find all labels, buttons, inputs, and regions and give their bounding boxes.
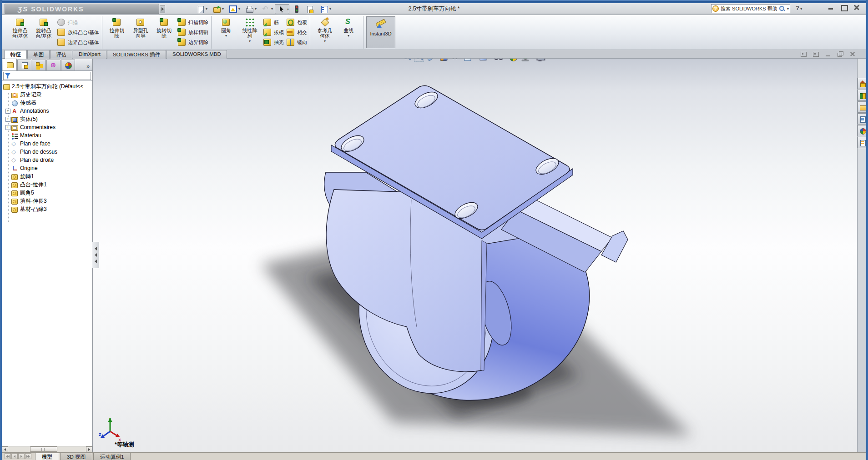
headsup-button[interactable]: ▾: [536, 59, 548, 62]
task-pane-tab[interactable]: [858, 90, 866, 101]
ribbon-button[interactable]: 曲线: [337, 16, 360, 48]
task-pane-tab[interactable]: [858, 113, 866, 125]
panel-tab[interactable]: [17, 60, 31, 70]
command-tab[interactable]: DimXpert: [73, 50, 106, 59]
tree-expand-toggle[interactable]: [5, 92, 10, 97]
task-pane-tab[interactable]: [858, 137, 866, 148]
ribbon-button[interactable]: 拔模: [262, 28, 284, 37]
headsup-button[interactable]: ▾: [478, 59, 490, 62]
tree-item[interactable]: Commentaires: [2, 123, 92, 131]
tree-item[interactable]: Plan de dessus: [2, 148, 92, 156]
ribbon-button[interactable]: 镜向: [286, 38, 307, 47]
panel-tab[interactable]: [3, 59, 17, 70]
tree-horizontal-scrollbar[interactable]: [2, 446, 92, 452]
headsup-button[interactable]: ▾: [426, 59, 436, 62]
ribbon-button[interactable]: 圆角: [214, 16, 238, 48]
ribbon-button[interactable]: 边界凸台/基体: [56, 38, 99, 47]
tree-expand-toggle[interactable]: [5, 100, 10, 105]
ribbon-button[interactable]: 拉伸凸 台/基体: [8, 16, 32, 48]
tree-item[interactable]: 2.5寸带刹车万向轮 (Défaut<<: [2, 82, 92, 90]
headsup-button[interactable]: ▾: [509, 59, 518, 62]
headsup-button[interactable]: ▾: [451, 59, 460, 62]
headsup-button[interactable]: ▾: [402, 59, 411, 62]
panel-collapse-handle[interactable]: [92, 242, 99, 268]
tree-item[interactable]: Origine: [2, 164, 92, 172]
ribbon-button[interactable]: Instant3D: [366, 16, 395, 48]
ribbon-button[interactable]: 放样切割: [177, 28, 208, 37]
ribbon-button[interactable]: 扫描切除: [177, 18, 208, 27]
scroll-right-icon[interactable]: [86, 446, 92, 452]
command-tab[interactable]: 草图: [27, 50, 50, 59]
tree-expand-toggle[interactable]: [5, 199, 10, 204]
tree-item[interactable]: Plan de droite: [2, 156, 92, 164]
minimize-button[interactable]: [828, 5, 834, 10]
ribbon-button[interactable]: 扫描: [56, 18, 99, 27]
maximize-button[interactable]: [841, 5, 847, 10]
nav-last-icon[interactable]: [25, 453, 31, 459]
window-tile-icon[interactable]: [812, 51, 819, 57]
tree-expand-toggle[interactable]: [5, 182, 10, 187]
tree-expand-toggle[interactable]: [5, 174, 10, 179]
tree-expand-toggle[interactable]: [5, 166, 10, 171]
scroll-track[interactable]: [8, 446, 86, 452]
tree-expand-toggle[interactable]: [5, 207, 10, 212]
tree-item[interactable]: 基材-凸緣3: [2, 205, 92, 213]
window-tile-icon[interactable]: [800, 51, 807, 57]
ribbon-button[interactable]: 参考几 何体: [313, 16, 337, 48]
ribbon-button[interactable]: 旋转凸 台/基体: [32, 16, 56, 48]
graphics-viewport[interactable]: ▾ ▾ ▾ ▾: [93, 59, 857, 452]
panel-tab[interactable]: [32, 60, 46, 70]
tree-expand-toggle[interactable]: [5, 150, 10, 155]
headsup-button[interactable]: ▾: [463, 59, 475, 62]
headsup-button[interactable]: ▾: [439, 59, 448, 62]
help-button[interactable]: ?: [796, 5, 802, 11]
close-button[interactable]: [853, 5, 860, 10]
nav-first-icon[interactable]: [5, 453, 11, 459]
tree-item[interactable]: Materiau: [2, 131, 92, 140]
tree-expand-toggle[interactable]: [5, 133, 10, 138]
document-minimize-icon[interactable]: [825, 51, 832, 57]
study-tab[interactable]: 3D 视图: [60, 453, 92, 460]
search-caret-icon[interactable]: ▾: [787, 7, 789, 11]
tree-expand-toggle[interactable]: [5, 125, 10, 130]
tree-item[interactable]: 传感器: [2, 99, 92, 107]
ribbon-button[interactable]: 边界切除: [177, 38, 208, 47]
task-pane-tab[interactable]: [858, 125, 866, 136]
tree-item[interactable]: 历史记录: [2, 90, 92, 99]
ribbon-button[interactable]: 异型孔 向导: [129, 16, 152, 48]
tree-item[interactable]: 圓角5: [2, 189, 92, 197]
command-tab[interactable]: SOLIDWORKS 插件: [107, 50, 166, 59]
tree-item[interactable]: 凸台-拉伸1: [2, 180, 92, 189]
study-tab[interactable]: 运动算例1: [93, 453, 131, 460]
ribbon-button[interactable]: 筋: [262, 18, 284, 27]
task-pane-tab[interactable]: [858, 78, 866, 89]
nav-next-icon[interactable]: [18, 453, 25, 459]
tree-item[interactable]: Plan de face: [2, 140, 92, 148]
ribbon-button[interactable]: 拉伸切 除: [105, 16, 129, 48]
ribbon-button[interactable]: 放样凸台/基体: [56, 28, 99, 37]
ribbon-button[interactable]: 包覆: [286, 18, 307, 27]
headsup-button[interactable]: ▾: [521, 59, 533, 62]
headsup-button[interactable]: ▾: [493, 59, 505, 62]
headsup-button[interactable]: ▾: [414, 59, 424, 62]
search-input[interactable]: [721, 6, 777, 11]
ribbon-button[interactable]: 抽壳: [262, 38, 284, 47]
task-pane-tab[interactable]: [858, 101, 866, 113]
tree-item[interactable]: 旋轉1: [2, 172, 92, 180]
scroll-thumb[interactable]: [30, 446, 57, 452]
search-box[interactable]: ? ▾: [711, 4, 790, 13]
tree-expand-toggle[interactable]: [5, 117, 10, 122]
study-tab[interactable]: 模型: [35, 453, 59, 460]
ribbon-button[interactable]: 旋转切 除: [152, 16, 176, 48]
tree-expand-toggle[interactable]: [5, 190, 10, 195]
document-restore-icon[interactable]: [837, 51, 844, 57]
nav-prev-icon[interactable]: [11, 453, 18, 459]
command-tab[interactable]: SOLIDWORKS MBD: [167, 50, 227, 59]
search-icon[interactable]: [779, 5, 785, 12]
caster-wheel-model[interactable]: [93, 59, 857, 452]
tree-item[interactable]: 填料-伸長3: [2, 197, 92, 205]
panel-overflow-chevron[interactable]: »: [86, 63, 91, 70]
tree-expand-toggle[interactable]: [5, 141, 10, 146]
tree-expand-toggle[interactable]: [5, 158, 10, 163]
scroll-left-icon[interactable]: [2, 446, 8, 452]
